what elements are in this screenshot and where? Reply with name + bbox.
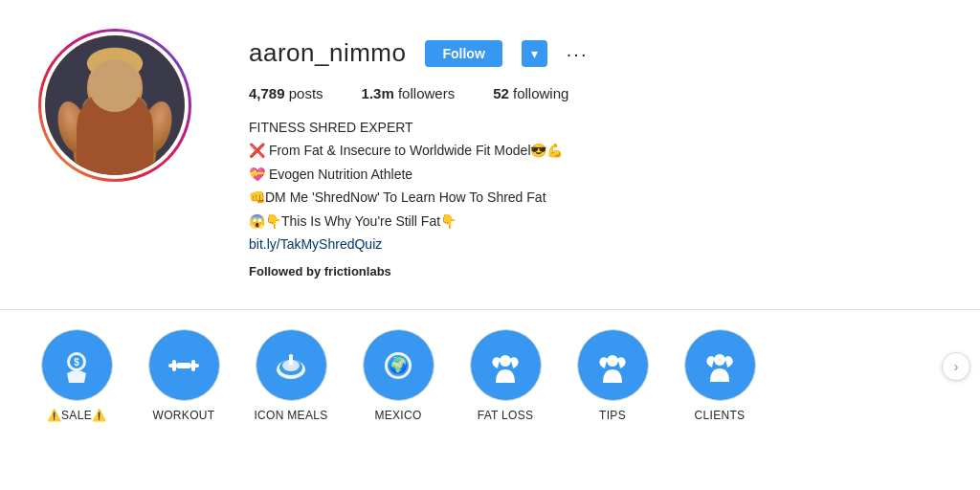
highlight-circle-sale: $ bbox=[41, 329, 113, 401]
highlight-circle-mexico: 🌍 bbox=[363, 329, 434, 401]
highlight-circle-fat-loss bbox=[470, 329, 542, 401]
posts-label: posts bbox=[289, 85, 323, 101]
posts-count: 4,789 bbox=[249, 85, 285, 101]
highlight-circle-workout bbox=[148, 329, 220, 401]
followed-by-user: frictionlabs bbox=[324, 264, 391, 278]
svg-point-4 bbox=[82, 116, 121, 147]
highlight-label-tips: TIPS bbox=[599, 409, 626, 422]
svg-point-11 bbox=[87, 48, 143, 79]
more-options-button[interactable]: ··· bbox=[567, 44, 589, 63]
highlight-circle-tips bbox=[577, 329, 649, 401]
svg-rect-25 bbox=[289, 354, 293, 366]
follow-button[interactable]: Follow bbox=[425, 40, 501, 67]
svg-point-31 bbox=[714, 354, 725, 366]
highlight-item-sale[interactable]: $⚠️SALE⚠️ bbox=[38, 329, 115, 422]
svg-rect-19 bbox=[172, 360, 176, 371]
highlight-circle-clients bbox=[684, 329, 756, 401]
followers-stat: 1.3m followers bbox=[362, 85, 456, 101]
highlight-label-sale: ⚠️SALE⚠️ bbox=[47, 409, 107, 422]
stats-row: 4,789 posts 1.3m followers 52 following bbox=[249, 85, 942, 101]
avatar-image bbox=[45, 35, 185, 175]
highlight-item-mexico[interactable]: 🌍MEXICO bbox=[360, 329, 436, 422]
highlight-circle-icon-meals bbox=[256, 329, 327, 401]
highlight-label-icon-meals: ICON MEALS bbox=[254, 409, 327, 422]
username: aaron_nimmo bbox=[249, 38, 406, 68]
followers-label: followers bbox=[398, 85, 455, 101]
svg-text:🌍: 🌍 bbox=[389, 356, 408, 374]
bio-line-5: 😱👇This Is Why You're Still Fat👇 bbox=[249, 211, 942, 232]
highlight-label-clients: CLIENTS bbox=[695, 409, 746, 422]
highlights-list: $⚠️SALE⚠️WORKOUTICON MEALS🌍MEXICOFAT LOS… bbox=[0, 329, 980, 422]
svg-point-12 bbox=[100, 80, 109, 91]
highlight-label-workout: WORKOUT bbox=[153, 409, 215, 422]
highlight-item-clients[interactable]: CLIENTS bbox=[681, 329, 758, 422]
posts-stat: 4,789 posts bbox=[249, 85, 323, 101]
profile-info: aaron_nimmo Follow ▾ ··· 4,789 posts 1.3… bbox=[249, 29, 942, 282]
bio-line-3: 💝 Evogen Nutrition Athlete bbox=[249, 164, 942, 185]
bio-line-1: FITNESS SHRED EXPERT bbox=[249, 117, 942, 138]
highlight-label-fat-loss: FAT LOSS bbox=[478, 409, 534, 422]
svg-text:$: $ bbox=[74, 357, 79, 368]
following-count: 52 bbox=[493, 85, 509, 101]
highlight-item-tips[interactable]: TIPS bbox=[574, 329, 651, 422]
profile-header: aaron_nimmo Follow ▾ ··· bbox=[249, 38, 942, 68]
highlights-section: $⚠️SALE⚠️WORKOUTICON MEALS🌍MEXICOFAT LOS… bbox=[0, 309, 980, 422]
svg-rect-20 bbox=[191, 360, 195, 371]
bio-line-2: ❌ From Fat & Insecure to Worldwide Fit M… bbox=[249, 140, 942, 161]
svg-point-30 bbox=[607, 355, 618, 367]
following-stat: 52 following bbox=[493, 85, 568, 101]
svg-point-1 bbox=[73, 105, 157, 175]
svg-rect-9 bbox=[106, 97, 123, 119]
svg-rect-21 bbox=[176, 363, 191, 368]
avatar-wrapper[interactable] bbox=[38, 29, 191, 182]
highlight-item-workout[interactable]: WORKOUT bbox=[145, 329, 222, 422]
bio-line-4: 👊DM Me 'ShredNow' To Learn How To Shred … bbox=[249, 187, 942, 208]
followed-by: Followed by frictionlabs bbox=[249, 262, 942, 282]
svg-point-5 bbox=[109, 116, 147, 147]
highlight-label-mexico: MEXICO bbox=[374, 409, 421, 422]
highlights-next-button[interactable]: › bbox=[942, 352, 970, 381]
highlight-item-icon-meals[interactable]: ICON MEALS bbox=[253, 329, 329, 422]
bio-link[interactable]: bit.ly/TakMyShredQuiz bbox=[249, 236, 382, 252]
svg-point-13 bbox=[120, 80, 128, 91]
highlight-item-fat-loss[interactable]: FAT LOSS bbox=[467, 329, 544, 422]
avatar-svg bbox=[45, 35, 185, 175]
profile-container: aaron_nimmo Follow ▾ ··· 4,789 posts 1.3… bbox=[0, 0, 980, 282]
followers-count: 1.3m bbox=[362, 85, 394, 101]
dropdown-button[interactable]: ▾ bbox=[522, 40, 547, 67]
following-label: following bbox=[513, 85, 568, 101]
followed-by-label: Followed by bbox=[249, 264, 321, 278]
bio: FITNESS SHRED EXPERT ❌ From Fat & Insecu… bbox=[249, 117, 942, 282]
svg-point-29 bbox=[500, 355, 511, 367]
avatar bbox=[41, 32, 189, 179]
